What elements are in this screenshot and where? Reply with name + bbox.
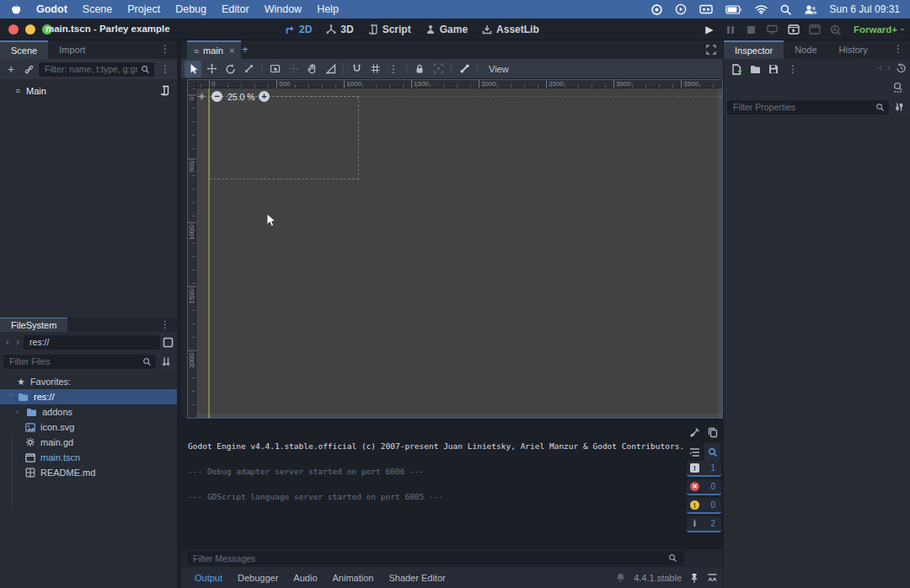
clear-output-icon[interactable] [687,424,703,441]
property-filter-options-icon[interactable] [891,99,907,115]
apple-menu-icon[interactable] [10,3,21,16]
warning-count-toggle[interactable]: ! 0 [687,498,721,514]
fs-item-icon-svg[interactable]: icon.svg [0,420,177,435]
filesystem-dock-menu-icon[interactable]: ⋮ [157,319,174,329]
add-node-button[interactable]: + [3,61,19,77]
favorites-header[interactable]: ★ Favorites: [0,374,177,389]
pin-bottom-panel-icon[interactable] [690,573,699,583]
menu-help[interactable]: Help [317,3,339,15]
copy-output-icon[interactable] [704,424,720,441]
play-custom-scene-button[interactable] [808,23,822,36]
spotlight-search-icon[interactable] [780,4,791,15]
menu-godot[interactable]: Godot [36,3,67,15]
renderer-selector[interactable]: Forward+› [854,24,903,35]
zoom-out-button[interactable]: − [211,91,222,102]
scene-dock-menu-icon[interactable]: ⋮ [157,44,174,54]
battery-icon[interactable] [725,5,742,14]
scene-tab-main[interactable]: ○ main × [187,40,241,59]
mode-2d-button[interactable]: 2D [285,24,312,35]
new-scene-tab-button[interactable]: + [242,43,249,56]
nav-back-icon[interactable]: ‹ [3,336,12,348]
bottom-tab-shader-editor[interactable]: Shader Editor [381,573,452,583]
distraction-free-icon[interactable] [706,45,716,55]
mode-assetlib-button[interactable]: AssetLib [482,24,539,35]
collapse-duplicates-icon[interactable] [687,443,703,461]
scale-tool-button[interactable] [240,61,257,78]
screen-record-icon[interactable] [651,4,662,15]
sort-files-icon[interactable] [158,354,174,369]
expand-bottom-panel-icon[interactable] [707,573,718,583]
nav-forward-icon[interactable]: › [13,336,22,348]
error-count-toggle[interactable]: ✕ 0 [687,479,721,495]
expand-caret-icon[interactable]: › [16,408,23,416]
select-tool-button[interactable] [185,61,201,78]
group-selected-button[interactable] [430,61,447,78]
tab-inspector[interactable]: Inspector [724,40,784,59]
filter-messages-input[interactable] [187,551,683,565]
inspector-dock-menu-icon[interactable]: ⋮ [890,44,907,54]
move-pivot-tool-button[interactable] [285,61,302,78]
fast-user-switch-icon[interactable] [804,4,817,15]
pause-button[interactable] [724,23,737,36]
grid-snap-button[interactable] [367,61,383,78]
search-output-icon[interactable] [704,443,720,461]
close-tab-icon[interactable]: × [229,45,234,56]
pan-tool-button[interactable] [303,61,320,78]
display-icon[interactable] [699,4,713,14]
open-docs-search-icon[interactable] [892,82,904,94]
object-history-icon[interactable] [896,62,907,73]
fs-item-res-root[interactable]: › res:// [0,389,177,404]
playback-menu-icon[interactable] [675,3,687,15]
mode-script-button[interactable]: Script [368,24,411,35]
rotate-tool-button[interactable] [222,61,238,78]
tab-node[interactable]: Node [784,40,827,59]
filter-files-input[interactable] [3,355,156,369]
history-back-icon[interactable]: ‹ [879,61,882,73]
snap-options-menu-icon[interactable]: ⋮ [385,61,402,78]
scene-tree-menu-icon[interactable]: ⋮ [157,64,174,74]
collapse-caret-icon[interactable]: › [7,393,15,400]
zoom-level-value[interactable]: 25.0 % [228,92,255,102]
list-select-tool-button[interactable] [266,61,283,78]
toggle-split-mode-icon[interactable] [162,334,174,350]
bottom-tab-output[interactable]: Output [187,573,230,583]
fs-item-readme[interactable]: README.md [0,465,177,480]
tab-filesystem[interactable]: FileSystem [0,318,67,332]
tab-import[interactable]: Import [48,40,96,59]
editor-message-count-toggle[interactable]: i 2 [687,516,721,532]
menu-project[interactable]: Project [127,3,160,15]
tab-history[interactable]: History [828,40,879,59]
menu-editor[interactable]: Editor [222,3,249,15]
lock-selected-button[interactable] [411,61,428,78]
view-menu-button[interactable]: View [482,64,516,74]
notifications-bell-icon[interactable] [616,573,625,583]
menu-scene[interactable]: Scene [83,3,112,15]
fs-item-addons[interactable]: › addons [0,404,177,420]
scene-node-main[interactable]: ○ Main [0,83,177,99]
canvas-vscrollbar[interactable] [718,88,722,418]
close-window-button[interactable] [8,24,19,35]
attached-script-icon[interactable] [160,85,170,96]
mode-3d-button[interactable]: 3D [326,24,353,35]
resource-extra-menu-icon[interactable]: ⋮ [784,64,801,74]
path-input[interactable] [24,335,160,350]
move-tool-button[interactable] [203,61,220,78]
play-button[interactable]: ▶ [703,23,716,36]
menu-window[interactable]: Window [265,3,302,15]
menubar-clock[interactable]: Sun 6 Jul 09:31 [830,3,900,15]
menu-debug[interactable]: Debug [175,3,206,15]
zoom-in-button[interactable]: + [259,91,270,102]
remote-debug-icon[interactable] [766,23,779,36]
instantiate-scene-button[interactable] [21,61,36,77]
save-resource-icon[interactable] [766,61,781,77]
fs-item-main-tscn[interactable]: main.tscn [0,450,177,465]
wifi-icon[interactable] [755,5,768,14]
canvas-hscrollbar[interactable] [196,414,722,418]
load-resource-icon[interactable] [747,61,763,77]
skeleton-options-button[interactable] [456,61,473,78]
scene-filter-input[interactable] [39,62,154,77]
movie-maker-button[interactable] [829,23,843,36]
fs-item-main-gd[interactable]: main.gd [0,435,177,450]
history-forward-icon[interactable]: › [887,61,891,73]
minimize-window-button[interactable] [25,24,35,35]
